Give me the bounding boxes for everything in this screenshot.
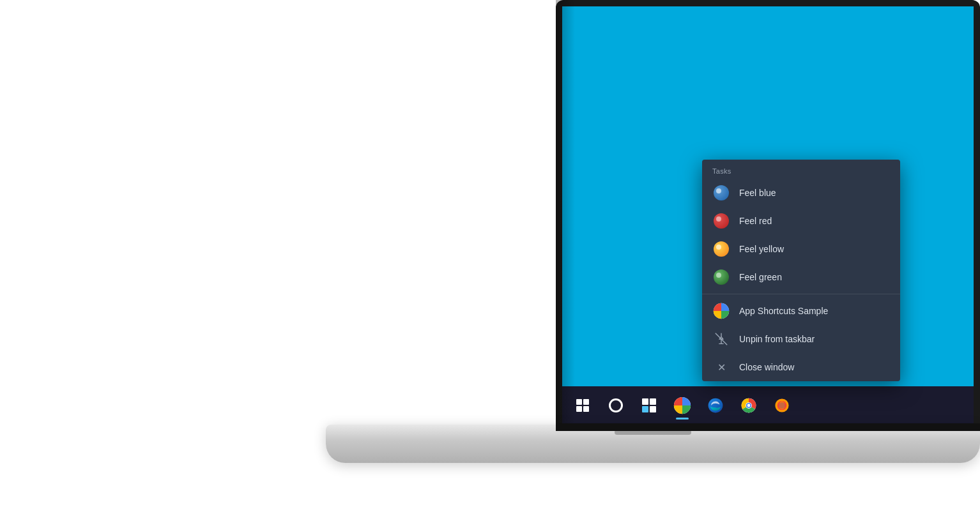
- jump-list: Tasks Feel blue Feel red: [702, 160, 900, 381]
- pie-icon: [673, 397, 691, 414]
- laptop-screen: Tasks Feel blue Feel red: [562, 6, 974, 425]
- jump-list-feel-blue[interactable]: Feel blue: [702, 179, 900, 207]
- taskbar-firefox[interactable]: [767, 390, 797, 421]
- jump-list-app-shortcuts-sample[interactable]: App Shortcuts Sample: [702, 297, 900, 325]
- taskbar-edge[interactable]: [700, 390, 731, 421]
- feel-blue-icon: [712, 184, 730, 202]
- jump-list-feel-green[interactable]: Feel green: [702, 263, 900, 291]
- firefox-icon: [774, 397, 790, 414]
- feel-red-label: Feel red: [739, 216, 772, 226]
- jump-list-close-window[interactable]: ✕ Close window: [702, 353, 900, 381]
- taskbar-chrome[interactable]: [733, 390, 764, 421]
- tasks-section-label: Tasks: [702, 160, 900, 179]
- app-shortcuts-icon: [712, 302, 730, 320]
- edge-icon: [707, 397, 724, 414]
- jump-list-feel-yellow[interactable]: Feel yellow: [702, 235, 900, 263]
- feel-blue-label: Feel blue: [739, 188, 776, 198]
- feel-red-icon: [712, 212, 730, 230]
- svg-point-9: [747, 404, 751, 407]
- screen-bottom-bezel: [556, 423, 980, 431]
- windows-icon: [576, 399, 589, 412]
- feel-green-icon: [712, 268, 730, 286]
- feel-green-label: Feel green: [739, 272, 782, 282]
- widget-icon: [642, 398, 656, 412]
- x-icon: ✕: [715, 361, 728, 374]
- feel-yellow-icon: [712, 240, 730, 258]
- app-shortcuts-sample-label: App Shortcuts Sample: [739, 306, 828, 316]
- close-window-icon: ✕: [712, 358, 730, 376]
- close-window-label: Close window: [739, 362, 794, 372]
- chrome-icon: [740, 397, 757, 414]
- taskbar-app-shortcuts[interactable]: Tasks Feel blue Feel red: [667, 390, 698, 421]
- jump-list-feel-red[interactable]: Feel red: [702, 207, 900, 235]
- taskbar: Tasks Feel blue Feel red: [562, 386, 974, 425]
- taskbar-windows-start[interactable]: [567, 390, 598, 421]
- unpin-icon: [712, 330, 730, 348]
- taskbar-search[interactable]: [601, 390, 631, 421]
- taskbar-task-view[interactable]: [634, 390, 664, 421]
- feel-yellow-label: Feel yellow: [739, 244, 784, 254]
- unpin-label: Unpin from taskbar: [739, 334, 815, 344]
- search-circle-icon: [609, 398, 623, 412]
- jump-list-unpin[interactable]: Unpin from taskbar: [702, 325, 900, 353]
- jump-list-separator: [702, 294, 900, 294]
